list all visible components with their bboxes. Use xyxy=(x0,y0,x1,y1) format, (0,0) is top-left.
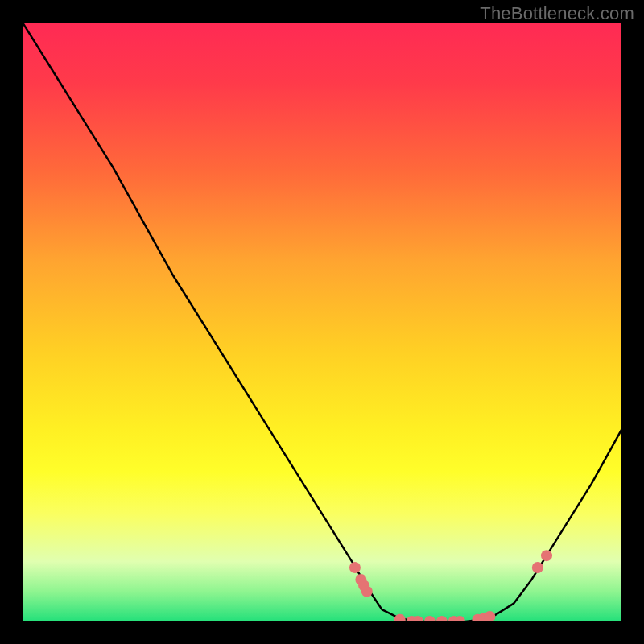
chart-container: TheBottleneck.com xyxy=(0,0,644,644)
data-point xyxy=(394,614,406,621)
data-point xyxy=(484,611,495,621)
plot-area xyxy=(23,23,621,621)
data-point xyxy=(541,550,552,561)
dots-svg xyxy=(23,23,621,621)
data-point xyxy=(349,562,361,573)
data-point xyxy=(361,586,373,597)
watermark-text: TheBottleneck.com xyxy=(480,3,634,24)
data-point xyxy=(424,616,436,621)
data-point xyxy=(532,562,543,573)
data-point xyxy=(436,616,448,621)
